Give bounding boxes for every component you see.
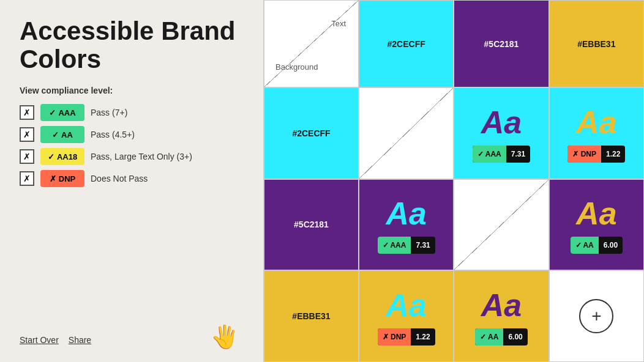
legend-checkbox-dnp[interactable]: ✗ bbox=[20, 171, 34, 186]
row-gold-label-cell: #EBBE31 bbox=[264, 270, 359, 362]
cell-purple-on-cyan[interactable]: Aa ✓ AAA 7.31 bbox=[454, 87, 549, 179]
legend-item-aa18: ✗ ✓ AA18 Pass, Large Text Only (3+) bbox=[20, 148, 244, 165]
sample-cyan-on-gold: Aa bbox=[386, 287, 426, 323]
row-cyan-label-cell: #2CECFF bbox=[264, 87, 359, 179]
legend-text-dnp: Does Not Pass bbox=[91, 174, 148, 183]
badge-label-dnp-cyan-gold: ✗ DNP bbox=[378, 328, 411, 345]
badge-purple-on-gold: ✓ AA 6.00 bbox=[475, 328, 528, 345]
legend-item-aa: ✗ ✓ AA Pass (4.5+) bbox=[20, 126, 244, 143]
badge-purple-on-cyan: ✓ AAA 7.31 bbox=[473, 146, 530, 163]
footer-links: Start Over Share bbox=[20, 335, 91, 345]
cell-gold-on-purple[interactable]: Aa ✓ AA 6.00 bbox=[549, 179, 644, 271]
badge-cyan-on-purple: ✓ AAA 7.31 bbox=[378, 237, 435, 254]
cell-cyan-on-cyan bbox=[359, 87, 454, 179]
legend-checkbox-aaa[interactable]: ✗ bbox=[20, 105, 34, 120]
cell-purple-on-gold[interactable]: Aa ✓ AA 6.00 bbox=[454, 270, 549, 362]
page-title: Accessible Brand Colors bbox=[20, 17, 244, 73]
badge-gold-on-cyan: ✗ DNP 1.22 bbox=[567, 146, 625, 163]
header-cyan: #2CECFF bbox=[359, 0, 454, 87]
badge-score-purple-gold: 6.00 bbox=[503, 328, 527, 345]
share-link[interactable]: Share bbox=[69, 335, 91, 345]
badge-gold-on-purple: ✓ AA 6.00 bbox=[571, 237, 623, 254]
bg-axis-label: Background bbox=[275, 62, 318, 72]
header-purple-label: #5C2181 bbox=[484, 39, 519, 49]
sample-purple-on-cyan: Aa bbox=[481, 104, 522, 141]
left-panel: Accessible Brand Colors View compliance … bbox=[0, 0, 263, 362]
legend-badge-aaa: ✓ AAA bbox=[40, 104, 84, 121]
sample-gold-on-purple: Aa bbox=[576, 195, 616, 232]
badge-score-cyan-gold: 1.22 bbox=[411, 328, 435, 345]
legend-item-aaa: ✗ ✓ AAA Pass (7+) bbox=[20, 104, 244, 121]
badge-score-gold-cyan: 1.22 bbox=[601, 146, 625, 163]
header-gold: #EBBE31 bbox=[549, 0, 644, 87]
sample-gold-on-cyan: Aa bbox=[576, 104, 616, 141]
legend-checkbox-aa[interactable]: ✗ bbox=[20, 127, 34, 142]
header-cyan-label: #2CECFF bbox=[388, 39, 425, 49]
badge-cyan-on-gold: ✗ DNP 1.22 bbox=[378, 328, 435, 345]
cell-purple-on-purple bbox=[454, 179, 549, 271]
compliance-label: View compliance level: bbox=[20, 86, 244, 95]
cell-cyan-on-gold[interactable]: Aa ✗ DNP 1.22 bbox=[359, 270, 454, 362]
legend-text-aa: Pass (4.5+) bbox=[91, 130, 135, 139]
badge-label-aaa-cyan-purple: ✓ AAA bbox=[378, 237, 411, 254]
hand-icon: 🖐 bbox=[211, 324, 239, 350]
badge-score-purple-cyan: 7.31 bbox=[506, 146, 530, 163]
row-gold-label: #EBBE31 bbox=[292, 311, 330, 321]
legend-list: ✗ ✓ AAA Pass (7+) ✗ ✓ AA Pass (4.5+) ✗ ✓… bbox=[20, 104, 244, 187]
badge-score-gold-purple: 6.00 bbox=[599, 237, 623, 254]
sample-purple-on-gold: Aa bbox=[481, 287, 522, 323]
legend-item-dnp: ✗ ✗ DNP Does Not Pass bbox=[20, 170, 244, 187]
row-purple-label-cell: #5C2181 bbox=[264, 179, 359, 271]
color-grid: Text Background #2CECFF #5C2181 #EBBE31 … bbox=[263, 0, 644, 362]
sample-cyan-on-purple: Aa bbox=[386, 195, 426, 232]
row-cyan-label: #2CECFF bbox=[292, 128, 330, 138]
badge-score-cyan-purple: 7.31 bbox=[411, 237, 435, 254]
grid-corner: Text Background bbox=[264, 0, 359, 87]
header-purple: #5C2181 bbox=[454, 0, 549, 87]
legend-badge-dnp: ✗ DNP bbox=[40, 170, 84, 187]
legend-text-aaa: Pass (7+) bbox=[91, 108, 127, 117]
header-gold-label: #EBBE31 bbox=[577, 39, 615, 49]
legend-text-aa18: Pass, Large Text Only (3+) bbox=[91, 152, 192, 161]
legend-checkbox-aa18[interactable]: ✗ bbox=[20, 149, 34, 164]
badge-label-aaa-purple-cyan: ✓ AAA bbox=[473, 146, 506, 163]
cell-add-color[interactable]: + bbox=[549, 270, 644, 362]
badge-label-aa-gold-purple: ✓ AA bbox=[571, 237, 599, 254]
legend-badge-aa: ✓ AA bbox=[40, 126, 84, 143]
text-axis-label: Text bbox=[331, 19, 346, 28]
row-purple-label: #5C2181 bbox=[294, 220, 329, 229]
cell-cyan-on-purple[interactable]: Aa ✓ AAA 7.31 bbox=[359, 179, 454, 271]
cell-gold-on-cyan[interactable]: Aa ✗ DNP 1.22 bbox=[549, 87, 644, 179]
legend-badge-aa18: ✓ AA18 bbox=[40, 148, 84, 165]
badge-label-dnp-gold-cyan: ✗ DNP bbox=[567, 146, 601, 163]
start-over-link[interactable]: Start Over bbox=[20, 335, 59, 345]
add-color-button[interactable]: + bbox=[579, 299, 613, 333]
badge-label-aa-purple-gold: ✓ AA bbox=[475, 328, 503, 345]
